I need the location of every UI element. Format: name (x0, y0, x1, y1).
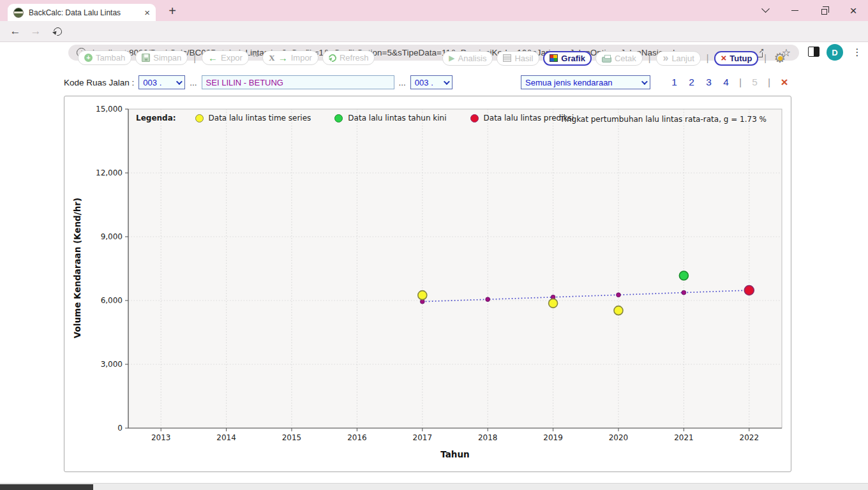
y-axis-title: Volume Kendaraan (Kend/hr) (72, 118, 82, 418)
browser-tab-strip: BackCalc: Data Lalu Lintas × + × (0, 0, 868, 21)
svg-text:12,000: 12,000 (96, 168, 123, 177)
red-dot-icon (470, 114, 479, 122)
arrow-left-icon: ← (208, 54, 218, 63)
svg-text:2019: 2019 (543, 433, 563, 442)
green-dot-icon (334, 114, 343, 122)
svg-text:2021: 2021 (674, 433, 694, 442)
x-axis-title: Tahun (128, 449, 782, 459)
action-group-right: ▶ Analisis Hasil Grafik Cetak | » Lanjut… (442, 50, 788, 66)
analisis-button[interactable]: ▶ Analisis (442, 51, 493, 66)
kode-ruas-label: Kode Ruas Jalan : (64, 78, 134, 87)
lanjut-button[interactable]: » Lanjut (656, 51, 700, 66)
ellipsis: ... (399, 78, 406, 87)
scrollbar-thumb[interactable] (0, 484, 93, 490)
chevron-down-icon (641, 78, 648, 85)
printer-icon (602, 57, 611, 63)
action-group-left: + Tambah Simpan | ← Expor X X → Impor Re… (78, 50, 375, 65)
ruas-name-input[interactable]: SEI LILIN - BETUNG (202, 75, 394, 89)
legend-item-tahun-kini: Data lalu lintas tahun kini (334, 114, 446, 122)
growth-rate-annotation: Tingkat pertumbuhan lalu lintas rata-rat… (560, 115, 767, 124)
double-chevron-icon: » (662, 54, 668, 63)
svg-text:0: 0 (117, 424, 123, 433)
traffic-volume-chart: 2013201420152016201720182019202020212022… (64, 96, 792, 473)
cetak-button[interactable]: Cetak (595, 51, 643, 66)
close-x-icon: × (721, 54, 726, 63)
svg-text:2022: 2022 (740, 433, 760, 442)
arrow-right-icon: → (278, 54, 288, 63)
browser-toolbar: ← → i localhost:8080/BackCalc/BC02DataLa… (0, 21, 868, 42)
legend-title: Legenda: (136, 114, 176, 122)
svg-text:6,000: 6,000 (101, 296, 123, 305)
svg-text:2013: 2013 (151, 433, 171, 442)
separator: | (735, 77, 746, 87)
forward-icon: → (27, 21, 45, 41)
tambah-button[interactable]: + Tambah (78, 50, 131, 65)
ellipsis: ... (190, 78, 197, 87)
chevron-down-icon (444, 78, 450, 85)
kode-ruas-group: Kode Ruas Jalan : 003 . ... SEI LILIN - … (64, 75, 453, 89)
separator: | (648, 53, 651, 63)
tab-search-chevron-icon[interactable] (751, 0, 780, 21)
site-favicon (13, 8, 24, 18)
restore-button[interactable] (809, 0, 839, 21)
reload-icon[interactable] (49, 21, 66, 41)
plus-icon: + (84, 54, 93, 62)
kode-to-select[interactable]: 003 . (410, 75, 453, 89)
back-icon[interactable]: ← (6, 21, 24, 41)
chevron-down-icon (176, 78, 183, 85)
chart-pagination: 1 2 3 4 | 5 | × (666, 77, 794, 88)
svg-text:3,000: 3,000 (101, 360, 123, 369)
expor-button[interactable]: ← Expor (202, 50, 249, 65)
page-link-2[interactable]: 2 (683, 77, 700, 88)
refresh-button[interactable]: Refresh (322, 50, 375, 65)
simpan-button[interactable]: Simpan (135, 50, 188, 65)
new-tab-button[interactable]: + (163, 2, 181, 20)
kode-from-select[interactable]: 003 . (138, 75, 185, 89)
grafik-button[interactable]: Grafik (543, 51, 592, 66)
page-link-3[interactable]: 3 (700, 77, 717, 88)
tutup-button[interactable]: × Tutup (714, 51, 758, 66)
filter-bar: Kode Ruas Jalan : 003 . ... SEI LILIN - … (0, 75, 868, 92)
svg-text:2020: 2020 (609, 433, 629, 442)
window-controls: × (751, 0, 868, 21)
chart-panel: 2013201420152016201720182019202020212022… (64, 96, 791, 472)
svg-text:15,000: 15,000 (96, 105, 123, 114)
chart-legend: Legenda: Data lalu lintas time series Da… (136, 114, 597, 122)
save-disk-icon (142, 54, 150, 62)
svg-text:2016: 2016 (347, 433, 367, 442)
excel-x-icon: X (269, 53, 274, 63)
page-link-1[interactable]: 1 (666, 77, 683, 88)
separator: | (764, 53, 767, 63)
separator: | (193, 53, 196, 63)
play-icon: ▶ (449, 54, 454, 63)
impor-button[interactable]: X → Impor (262, 50, 318, 65)
horizontal-scrollbar[interactable] (0, 483, 868, 490)
legend-item-prediksi: Data lalu lintas prediksi (470, 114, 574, 122)
minimize-button[interactable] (780, 0, 809, 21)
app-action-bar: + Tambah Simpan | ← Expor X X → Impor Re… (0, 50, 868, 67)
chart-icon (550, 54, 558, 62)
refresh-icon (327, 52, 338, 63)
tab-close-icon[interactable]: × (144, 8, 150, 17)
chart-page-group: Semua jenis kendaraan 1 2 3 4 | 5 | × (521, 75, 794, 89)
excel-x-mark: X (253, 49, 258, 59)
tab-title: BackCalc: Data Lalu Lintas (29, 8, 139, 17)
svg-text:2014: 2014 (216, 433, 236, 442)
vehicle-type-select[interactable]: Semua jenis kendaraan (521, 75, 650, 89)
separator: | (763, 77, 775, 87)
gear-center-dot (778, 56, 782, 61)
svg-text:9,000: 9,000 (101, 232, 123, 241)
svg-text:2018: 2018 (478, 433, 498, 442)
legend-item-time-series: Data lalu lintas time series (195, 114, 311, 122)
close-chart-icon[interactable]: × (775, 77, 794, 88)
svg-text:2015: 2015 (282, 433, 302, 442)
yellow-dot-icon (195, 114, 204, 122)
close-button[interactable]: × (839, 0, 868, 21)
table-icon (503, 54, 511, 62)
page-link-5-disabled: 5 (746, 77, 763, 88)
browser-tab[interactable]: BackCalc: Data Lalu Lintas × (8, 4, 156, 21)
settings-gear-icon[interactable]: ⚙ (772, 50, 788, 66)
page-link-4[interactable]: 4 (717, 77, 735, 88)
separator: | (707, 53, 709, 63)
hasil-button[interactable]: Hasil (497, 51, 539, 66)
